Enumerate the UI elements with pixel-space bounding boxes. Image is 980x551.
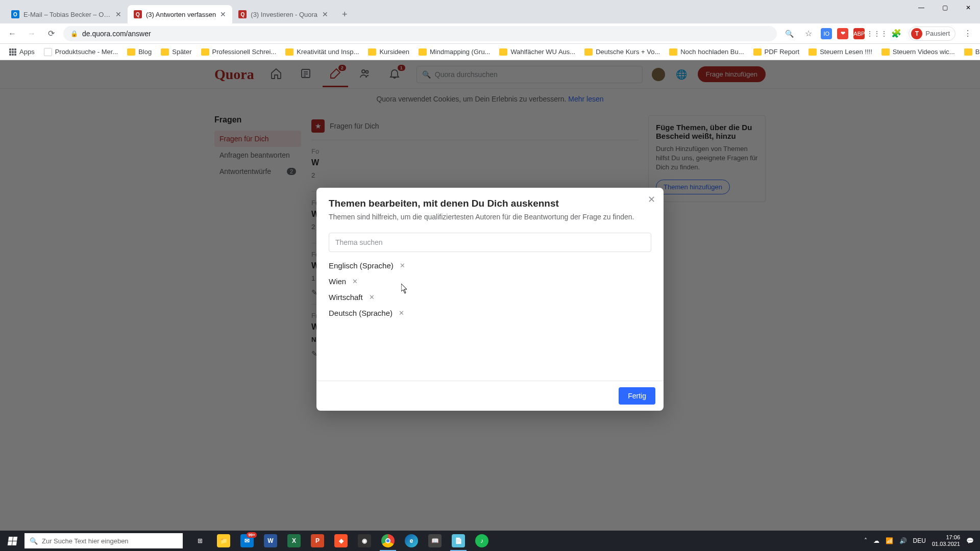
browser-tab-outlook[interactable]: O E-Mail – Tobias Becker – Outlook ✕ — [5, 5, 128, 23]
topic-chip: Wirtschaft✕ — [329, 293, 651, 302]
file-explorer-icon[interactable]: 📁 — [212, 531, 235, 551]
extension-adblock-icon[interactable]: ABP — [853, 28, 865, 39]
tray-wifi-icon[interactable]: 📶 — [886, 537, 893, 544]
folder-icon — [285, 48, 293, 56]
modal-subtitle: Themen sind hilfreich, um die qualifizie… — [329, 212, 651, 222]
bookmark-item[interactable]: Wahlfächer WU Aus... — [496, 46, 578, 58]
bookmark-item[interactable]: Kreativität und Insp... — [282, 46, 362, 58]
tray-time: 17:06 — [932, 534, 960, 541]
topic-remove-icon[interactable]: ✕ — [369, 293, 375, 301]
bookmark-label: Mindmapping (Gru... — [430, 48, 491, 56]
extension-icon[interactable]: ❤ — [837, 28, 848, 39]
task-view-icon[interactable]: ⊞ — [189, 531, 211, 551]
window-close-button[interactable]: ✕ — [957, 0, 980, 15]
bookmark-item[interactable]: Deutsche Kurs + Vo... — [581, 46, 663, 58]
edge-icon[interactable]: e — [400, 531, 423, 551]
reload-button[interactable]: ⟳ — [44, 27, 58, 41]
window-minimize-button[interactable]: — — [910, 0, 933, 15]
bookmark-item[interactable]: Noch hochladen Bu... — [666, 46, 747, 58]
topic-chip: Deutsch (Sprache)✕ — [329, 309, 651, 317]
taskbar-search-input[interactable]: 🔍 Zur Suche Text hier eingeben — [24, 533, 183, 548]
address-bar[interactable]: 🔒 de.quora.com/answer — [63, 26, 777, 41]
bookmark-label: Deutsche Kurs + Vo... — [596, 48, 660, 56]
bookmark-item[interactable]: Mindmapping (Gru... — [415, 46, 494, 58]
tray-volume-icon[interactable]: 🔊 — [899, 537, 907, 544]
bookmark-item[interactable]: Steuern Lesen !!!! — [805, 46, 875, 58]
word-icon[interactable]: W — [259, 531, 282, 551]
browser-tab-quora-invest[interactable]: Q (3) Investieren - Quora ✕ — [232, 5, 334, 23]
profile-status: Pausiert — [925, 30, 950, 37]
modal-title: Themen bearbeiten, mit denen Du Dich aus… — [329, 198, 651, 209]
tray-date: 01.03.2021 — [932, 541, 960, 547]
tab-close-icon[interactable]: ✕ — [115, 10, 121, 18]
zoom-icon[interactable]: 🔍 — [782, 27, 796, 41]
tab-title: E-Mail – Tobias Becker – Outlook — [23, 11, 111, 18]
chrome-toolbar: ← → ⟳ 🔒 de.quora.com/answer 🔍 ☆ IO ❤ ABP… — [0, 23, 980, 44]
mail-app-icon[interactable]: ✉99+ — [236, 531, 258, 551]
bookmark-item[interactable]: Professionell Schrei... — [198, 46, 280, 58]
reader-icon[interactable]: 📖 — [424, 531, 446, 551]
topic-chip: Englisch (Sprache)✕ — [329, 261, 651, 270]
folder-icon — [201, 48, 209, 56]
spotify-icon[interactable]: ♪ — [471, 531, 493, 551]
profile-chip[interactable]: T Pausiert — [909, 27, 955, 41]
done-button[interactable]: Fertig — [619, 387, 655, 405]
powerpoint-icon[interactable]: P — [306, 531, 329, 551]
tab-close-icon[interactable]: ✕ — [322, 10, 328, 18]
topic-label: Wirtschaft — [329, 293, 363, 302]
bookmark-label: Wahlfächer WU Aus... — [510, 48, 575, 56]
taskbar-apps: ⊞ 📁 ✉99+ W X P ◆ ◉ e 📖 📄 ♪ — [189, 531, 493, 551]
bookmark-item[interactable]: Produktsuche - Mer... — [41, 46, 121, 58]
topic-remove-icon[interactable]: ✕ — [400, 262, 405, 269]
topic-search-input[interactable] — [329, 233, 651, 252]
tray-clock[interactable]: 17:06 01.03.2021 — [932, 534, 960, 547]
windows-taskbar: 🔍 Zur Suche Text hier eingeben ⊞ 📁 ✉99+ … — [0, 531, 980, 551]
tray-notifications-icon[interactable]: 💬 — [966, 537, 974, 544]
extension-icon[interactable]: IO — [821, 28, 832, 39]
favicon-outlook: O — [11, 10, 19, 18]
browser-tab-quora-answers[interactable]: Q (3) Antworten verfassen ✕ — [128, 5, 232, 23]
bookmark-star-icon[interactable]: ☆ — [801, 27, 816, 41]
favicon-quora: Q — [134, 10, 142, 18]
tab-close-icon[interactable]: ✕ — [220, 10, 226, 18]
notepad-icon[interactable]: 📄 — [447, 531, 470, 551]
bookmark-label: Kursideen — [379, 48, 409, 56]
tray-language[interactable]: DEU — [913, 537, 926, 544]
window-maximize-button[interactable]: ▢ — [933, 0, 957, 15]
favicon-quora: Q — [238, 10, 247, 18]
bookmark-item[interactable]: Blog — [124, 46, 155, 58]
chrome-menu-icon[interactable]: ⋮ — [961, 27, 975, 41]
toolbar-right: 🔍 ☆ IO ❤ ABP ⋮⋮⋮ 🧩 T Pausiert ⋮ — [782, 27, 975, 41]
forward-button[interactable]: → — [24, 27, 39, 41]
extensions-puzzle-icon[interactable]: 🧩 — [889, 27, 903, 41]
bookmark-label: Apps — [19, 48, 35, 56]
obs-icon[interactable]: ◉ — [353, 531, 376, 551]
bookmark-item[interactable]: Steuern Videos wic... — [878, 46, 958, 58]
topic-remove-icon[interactable]: ✕ — [352, 278, 358, 285]
topic-label: Deutsch (Sprache) — [329, 309, 393, 317]
topic-chip: Wien✕ — [329, 277, 651, 286]
bookmark-item[interactable]: PDF Report — [750, 46, 803, 58]
folder-icon — [368, 48, 376, 56]
excel-icon[interactable]: X — [283, 531, 305, 551]
new-tab-button[interactable]: + — [337, 7, 352, 21]
bookmark-item[interactable]: Büro — [961, 46, 980, 58]
topic-remove-icon[interactable]: ✕ — [399, 309, 404, 317]
extension-apps-icon[interactable]: ⋮⋮⋮ — [870, 27, 884, 41]
bookmark-label: PDF Report — [765, 48, 800, 56]
bookmark-item[interactable]: Später — [158, 46, 194, 58]
bookmark-item[interactable]: Kursideen — [365, 46, 412, 58]
bookmarks-bar: Apps Produktsuche - Mer... Blog Später P… — [0, 44, 980, 60]
page-icon — [44, 48, 52, 56]
modal-close-icon[interactable]: ✕ — [648, 194, 655, 205]
chrome-icon[interactable] — [377, 531, 399, 551]
tray-chevron-up-icon[interactable]: ˄ — [864, 537, 867, 544]
bookmark-apps[interactable]: Apps — [6, 46, 38, 58]
tray-cloud-icon[interactable]: ☁ — [873, 537, 879, 544]
bookmark-label: Blog — [138, 48, 152, 56]
brave-icon[interactable]: ◆ — [330, 531, 352, 551]
back-button[interactable]: ← — [5, 27, 19, 41]
start-button[interactable] — [0, 531, 24, 551]
folder-icon — [669, 48, 677, 56]
topic-list: Englisch (Sprache)✕ Wien✕ Wirtschaft✕ De… — [329, 261, 651, 317]
